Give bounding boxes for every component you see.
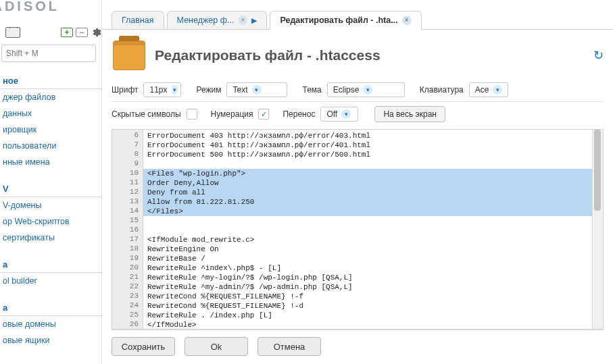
- line-number: 19: [112, 254, 143, 263]
- code-line[interactable]: </IfModule>: [147, 320, 592, 330]
- tab-label: Главная: [122, 16, 154, 25]
- close-icon[interactable]: ×: [238, 16, 247, 25]
- code-editor[interactable]: 6789101112131415161718192021222324252627…: [112, 129, 604, 330]
- line-number: 18: [112, 244, 143, 254]
- sidebar-item[interactable]: овые ящики: [1, 332, 101, 348]
- line-number: 8: [112, 150, 143, 159]
- mode-dropdown[interactable]: Text ▾: [226, 82, 287, 97]
- action-bar: Сохранить Ok Отмена: [112, 330, 604, 364]
- code-line[interactable]: RewriteRule ^index\.php$ - [L]: [147, 263, 592, 273]
- tab-label: Редактировать файл - .hta...: [280, 16, 397, 25]
- chevron-down-icon: ▾: [341, 109, 351, 119]
- line-number: 24: [112, 301, 143, 311]
- tabs-bar: ГлавнаяМенеджер ф...×▶Редактировать файл…: [102, 0, 613, 30]
- file-icon: [113, 41, 145, 70]
- search-input[interactable]: [1, 45, 96, 62]
- sidebar-item[interactable]: V-домены: [1, 197, 101, 213]
- chevron-down-icon: ▾: [252, 85, 262, 95]
- wrap-value: Off: [326, 109, 337, 119]
- theme-dropdown[interactable]: Eclipse ▾: [327, 82, 405, 97]
- sidebar-item[interactable]: нные имена: [1, 154, 101, 170]
- keyboard-dropdown[interactable]: Ace ▾: [469, 82, 508, 97]
- numbering-checkbox[interactable]: ✓: [258, 109, 269, 120]
- sidebar-item[interactable]: джер файлов: [1, 89, 101, 105]
- line-number: 10: [112, 169, 143, 178]
- font-label: Шрифт: [112, 85, 138, 95]
- editor-scrollbar[interactable]: [592, 130, 603, 329]
- code-line[interactable]: <Files "wp-login.php">: [143, 169, 592, 178]
- scrollbar-thumb[interactable]: [594, 130, 601, 211]
- tab[interactable]: Редактировать файл - .hta...×: [270, 11, 421, 30]
- sidebar-item[interactable]: данных: [1, 105, 101, 122]
- code-line[interactable]: [147, 159, 592, 169]
- line-number: 20: [112, 263, 143, 273]
- code-line[interactable]: RewriteCond %{REQUEST_FILENAME} !-f: [147, 292, 592, 301]
- line-number: 17: [112, 235, 143, 244]
- code-line[interactable]: ErrorDocument 500 http://экзампл.рф/erro…: [147, 150, 592, 159]
- code-line[interactable]: RewriteRule . /index.php [L]: [147, 311, 592, 320]
- line-number: 15: [112, 216, 143, 226]
- close-icon[interactable]: ×: [402, 16, 412, 25]
- add-icon[interactable]: +: [61, 28, 73, 37]
- line-gutter: 6789101112131415161718192021222324252627…: [112, 130, 143, 329]
- code-line[interactable]: [147, 216, 592, 226]
- chevron-down-icon: ▾: [172, 85, 178, 95]
- sidebar-group-title: V: [1, 181, 101, 197]
- chevron-down-icon: ▾: [363, 85, 372, 95]
- line-number: 26: [112, 320, 143, 330]
- code-line[interactable]: [147, 226, 592, 235]
- page-title: Редактировать файл - .htaccess: [155, 47, 381, 63]
- line-number: 13: [112, 197, 143, 207]
- code-line[interactable]: Order Deny,Allow: [143, 178, 592, 188]
- save-button[interactable]: Сохранить: [112, 337, 175, 356]
- line-number: 21: [112, 273, 143, 282]
- mode-value: Text: [232, 85, 247, 95]
- fullscreen-button[interactable]: На весь экран: [374, 106, 445, 122]
- code-line[interactable]: Allow from 81.222.81.250: [143, 197, 592, 207]
- code-area[interactable]: ErrorDocument 403 http://экзампл.рф/erro…: [143, 130, 592, 329]
- keyboard-value: Ace: [475, 85, 489, 95]
- code-line[interactable]: RewriteBase /: [147, 254, 592, 263]
- line-number: 25: [112, 311, 143, 320]
- code-line[interactable]: <IfModule mod_rewrite.c>: [147, 235, 592, 244]
- chevron-right-icon: ▶: [251, 16, 257, 25]
- tab[interactable]: Главная: [112, 11, 164, 30]
- line-number: 14: [112, 207, 143, 216]
- sidebar: + − ноеджер файловданныхировщикпользоват…: [0, 27, 101, 364]
- code-line[interactable]: ErrorDocument 401 http://экзампл.рф/erro…: [147, 140, 592, 150]
- main-panel: ГлавнаяМенеджер ф...×▶Редактировать файл…: [101, 0, 613, 364]
- code-line[interactable]: RewriteRule ^my-login/?$ /wp-login.php […: [147, 273, 592, 282]
- keyboard-label: Клавиатура: [420, 85, 464, 95]
- code-line[interactable]: RewriteCond %{REQUEST_FILENAME} !-d: [147, 301, 592, 311]
- invisibles-checkbox[interactable]: [187, 109, 197, 120]
- sidebar-item[interactable]: ol builder: [1, 273, 101, 289]
- refresh-icon[interactable]: ↻: [593, 48, 604, 63]
- ok-button[interactable]: Ok: [185, 337, 248, 356]
- gear-icon[interactable]: [91, 27, 101, 38]
- cancel-button[interactable]: Отмена: [258, 337, 321, 356]
- code-line[interactable]: RewriteEngine On: [147, 244, 592, 254]
- code-line[interactable]: RewriteRule ^my-admin/?$ /wp-admin.php […: [147, 282, 592, 292]
- theme-label: Тема: [302, 85, 321, 95]
- line-number: 22: [112, 282, 143, 292]
- line-number: 12: [112, 188, 143, 197]
- code-line[interactable]: </Files>: [143, 207, 592, 216]
- sidebar-item[interactable]: ор Web-скриптов: [1, 213, 101, 230]
- code-line[interactable]: ErrorDocument 403 http://экзампл.рф/erro…: [147, 131, 592, 140]
- sidebar-item[interactable]: ировщик: [1, 122, 101, 138]
- font-dropdown[interactable]: 11px ▾: [143, 82, 181, 97]
- sidebar-item[interactable]: овые домены: [1, 316, 101, 332]
- line-number: 7: [112, 140, 143, 150]
- sidebar-item[interactable]: сертификаты: [1, 230, 101, 246]
- tab[interactable]: Менеджер ф...×▶: [167, 11, 268, 30]
- editor-toolbar-2: Скрытые символы Нумерация ✓ Перенос Off …: [112, 101, 604, 126]
- sidebar-group-title: a: [1, 300, 101, 316]
- editor-toolbar-1: Шрифт 11px ▾ Режим Text ▾ Тема Eclipse ▾…: [112, 82, 604, 101]
- brand-logo: RADISOL: [0, 0, 59, 14]
- sidebar-item[interactable]: пользователи: [1, 138, 101, 154]
- briefcase-icon: [5, 27, 20, 38]
- remove-icon[interactable]: −: [76, 28, 88, 37]
- code-line[interactable]: Deny from all: [143, 188, 592, 197]
- sidebar-group-title: ное: [1, 73, 101, 89]
- wrap-dropdown[interactable]: Off ▾: [320, 107, 358, 122]
